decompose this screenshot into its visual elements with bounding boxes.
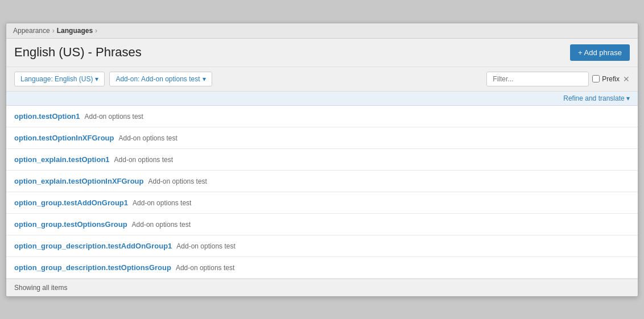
phrase-key[interactable]: option_group.testOptionsGroup	[14, 220, 127, 229]
filter-input[interactable]	[486, 72, 589, 86]
table-row[interactable]: option_group.testOptionsGroup Add-on opt…	[6, 214, 638, 235]
breadcrumb: Appearance › Languages ›	[6, 23, 638, 39]
phrase-addon: Add-on options test	[176, 242, 235, 250]
filter-area: Prefix ✕	[486, 72, 630, 86]
main-window: Appearance › Languages › English (US) - …	[6, 23, 638, 297]
page-header: English (US) - Phrases + Add phrase	[6, 39, 638, 67]
phrase-key[interactable]: option_group.testAddOnGroup1	[14, 198, 128, 207]
refine-bar: Refine and translate ▾	[6, 92, 638, 106]
phrase-addon: Add-on options test	[132, 221, 191, 229]
breadcrumb-sep2: ›	[95, 27, 97, 35]
phrase-key[interactable]: option_group_description.testOptionsGrou…	[14, 263, 171, 272]
phrase-key[interactable]: option_explain.testOptionInXFGroup	[14, 177, 144, 185]
language-chevron-icon: ▾	[95, 75, 98, 83]
footer: Showing all items	[6, 279, 638, 296]
breadcrumb-languages: Languages	[57, 27, 93, 35]
status-text: Showing all items	[14, 284, 67, 292]
language-dropdown-label: Language: English (US)	[20, 75, 93, 83]
refine-translate-button[interactable]: Refine and translate ▾	[563, 94, 630, 102]
phrase-key[interactable]: option.testOption1	[14, 112, 80, 121]
breadcrumb-sep1: ›	[52, 27, 55, 35]
phrase-list: option.testOption1 Add-on options test o…	[6, 106, 638, 279]
phrase-key[interactable]: option_group_description.testAddOnGroup1	[14, 242, 172, 250]
table-row[interactable]: option_explain.testOption1 Add-on option…	[6, 149, 638, 171]
phrase-key[interactable]: option.testOptionInXFGroup	[14, 134, 114, 142]
page-title: English (US) - Phrases	[14, 45, 142, 60]
prefix-text: Prefix	[602, 75, 620, 83]
prefix-checkbox[interactable]	[592, 75, 600, 82]
addon-chevron-icon: ▾	[203, 75, 206, 83]
table-row[interactable]: option.testOptionInXFGroup Add-on option…	[6, 127, 638, 149]
phrase-key[interactable]: option_explain.testOption1	[14, 155, 110, 164]
phrase-addon: Add-on options test	[114, 156, 173, 164]
phrase-addon: Add-on options test	[133, 199, 191, 207]
prefix-label: Prefix	[592, 75, 620, 83]
addon-dropdown-label: Add-on: Add-on options test	[115, 75, 200, 83]
table-row[interactable]: option.testOption1 Add-on options test	[6, 106, 638, 127]
table-row[interactable]: option_group.testAddOnGroup1 Add-on opti…	[6, 192, 638, 214]
close-icon[interactable]: ✕	[623, 75, 630, 83]
table-row[interactable]: option_explain.testOptionInXFGroup Add-o…	[6, 171, 638, 192]
toolbar: Language: English (US) ▾ Add-on: Add-on …	[6, 67, 638, 92]
language-dropdown[interactable]: Language: English (US) ▾	[14, 72, 105, 86]
breadcrumb-appearance[interactable]: Appearance	[13, 27, 50, 35]
table-row[interactable]: option_group_description.testAddOnGroup1…	[6, 235, 638, 257]
phrase-addon: Add-on options test	[118, 134, 177, 142]
table-row[interactable]: option_group_description.testOptionsGrou…	[6, 257, 638, 279]
phrase-addon: Add-on options test	[176, 264, 234, 272]
phrase-addon: Add-on options test	[148, 177, 207, 185]
phrase-addon: Add-on options test	[85, 113, 143, 121]
addon-dropdown[interactable]: Add-on: Add-on options test ▾	[109, 72, 212, 86]
add-phrase-button[interactable]: + Add phrase	[570, 44, 630, 61]
